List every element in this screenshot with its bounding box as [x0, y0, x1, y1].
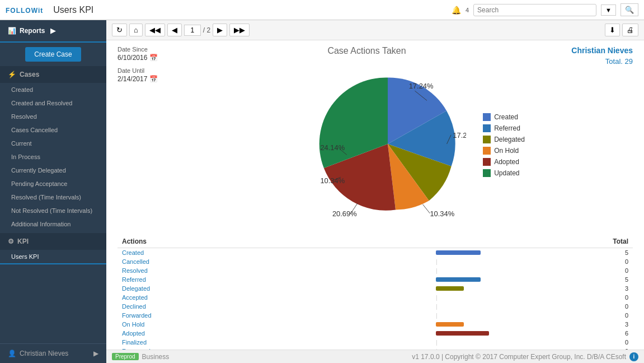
logo-highlight: it	[38, 7, 43, 15]
total-cell: 3	[599, 284, 633, 293]
sidebar-item-current[interactable]: Current	[0, 137, 106, 150]
bar-cell: |	[431, 302, 599, 311]
env-badge: Preprod	[112, 353, 139, 360]
home-button[interactable]: ⌂	[129, 24, 143, 36]
print-button[interactable]: 🖨	[622, 24, 638, 36]
refresh-button[interactable]: ↻	[112, 24, 127, 36]
sidebar-item-cases-cancelled[interactable]: Cases Cancelled	[0, 123, 106, 137]
legend-item-updated: Updated	[483, 169, 525, 177]
bar-cell	[431, 275, 599, 284]
bar-cell: |	[431, 338, 599, 347]
col-total-header: Total	[599, 235, 633, 248]
total-cell: 0	[599, 266, 633, 275]
data-table: Actions Total Created 5 Cancelled | 0 Re	[117, 235, 633, 350]
info-icon[interactable]: i	[629, 352, 638, 361]
total-cell: 5	[599, 275, 633, 284]
notif-count: 4	[466, 7, 469, 13]
sidebar-item-in-process[interactable]: In Process	[0, 150, 106, 164]
sidebar-item-not-resolved-time[interactable]: Not Resolved (Time Intervals)	[0, 204, 106, 217]
svg-text:10.34%: 10.34%	[430, 210, 455, 218]
total-cell: 0	[599, 293, 633, 302]
user-icon: 👤	[8, 350, 16, 357]
table-row: Adopted 6	[117, 329, 633, 338]
prev-first-button[interactable]: ◀◀	[145, 24, 165, 36]
action-cell: Adopted	[117, 329, 431, 338]
person-name: Christian Nieves	[532, 46, 633, 55]
table-row: On Hold 3	[117, 320, 633, 329]
chart-title: Case Actions Taken	[201, 46, 532, 56]
table-row: Referred 5	[117, 275, 633, 284]
svg-text:20.69%: 20.69%	[332, 210, 357, 218]
date-until-label: Date Until	[117, 67, 196, 74]
page-number-input[interactable]	[184, 25, 201, 36]
cases-section-header: ⚡ Cases	[0, 66, 106, 83]
sidebar-item-created-resolved[interactable]: Created and Resolved	[0, 96, 106, 110]
total-cell: 5	[599, 248, 633, 258]
total-cell: 0	[599, 302, 633, 311]
svg-text:10.34%: 10.34%	[321, 176, 345, 185]
table-row: Declined | 0	[117, 302, 633, 311]
action-cell: Created	[117, 248, 431, 258]
kpi-section-header: ⚙ KPI	[0, 233, 106, 250]
prev-button[interactable]: ◀	[167, 24, 182, 36]
bar-chart-icon: 📊	[8, 27, 16, 35]
bar-cell: |	[431, 311, 599, 320]
table-row: Created 5	[117, 248, 633, 258]
bar-cell: |	[431, 257, 599, 266]
action-cell: Delegated	[117, 284, 431, 293]
action-cell: Resolved	[117, 266, 431, 275]
create-case-button[interactable]: Create Case	[25, 47, 81, 62]
download-button[interactable]: ⬇	[605, 24, 620, 36]
app-logo: FOLLOWit	[6, 4, 43, 16]
total-cell: 0	[599, 338, 633, 347]
total-cell: 3	[599, 320, 633, 329]
table-row: Accepted | 0	[117, 293, 633, 302]
total-cell: 6	[599, 329, 633, 338]
page-title: Users KPI	[53, 5, 447, 15]
action-cell: Cancelled	[117, 257, 431, 266]
page-total: / 2	[203, 26, 210, 34]
search-button[interactable]: 🔍	[621, 3, 638, 16]
legend-item-onhold: On Hold	[483, 147, 525, 155]
date-since-label: Date Since	[117, 46, 196, 53]
next-last-button[interactable]: ▶▶	[229, 24, 250, 36]
sidebar-item-resolved[interactable]: Resolved	[0, 110, 106, 123]
search-input[interactable]	[473, 4, 596, 16]
sidebar-username: Christian Nieves	[20, 350, 68, 357]
bar-cell: |	[431, 266, 599, 275]
filter-button[interactable]: ▼	[601, 4, 616, 16]
sidebar-reports[interactable]: 📊 Reports ▶	[0, 20, 106, 43]
bar-cell: |	[431, 293, 599, 302]
sidebar-item-pending-acceptance[interactable]: Pending Acceptance	[0, 177, 106, 190]
sidebar-item-resolved-time[interactable]: Resolved (Time Intervals)	[0, 190, 106, 204]
sidebar-item-currently-delegated[interactable]: Currently Delegated	[0, 164, 106, 177]
sidebar-item-additional-info[interactable]: Additional Information	[0, 217, 106, 231]
copyright-text: v1 17.0.0 | Copyright © 2017 Computer Ex…	[412, 353, 626, 361]
action-cell: Referred	[117, 275, 431, 284]
cases-icon: ⚡	[8, 71, 16, 78]
notification-bell-icon[interactable]: 🔔	[452, 6, 461, 15]
action-cell: Finalized	[117, 338, 431, 347]
legend-item-referred: Referred	[483, 124, 525, 132]
col-bar-header	[431, 235, 599, 248]
action-cell: Accepted	[117, 293, 431, 302]
date-since-value: 6/10/2016	[117, 54, 147, 62]
arrow-right-icon: ▶	[93, 350, 98, 357]
next-button[interactable]: ▶	[213, 24, 227, 36]
footer: Preprod Business v1 17.0.0 | Copyright ©…	[106, 350, 644, 363]
action-cell: Forwarded	[117, 311, 431, 320]
svg-text:17.24%: 17.24%	[409, 82, 434, 90]
calendar-until-icon[interactable]: 📅	[149, 75, 158, 83]
sidebar-user-section[interactable]: 👤 Christian Nieves ▶	[0, 343, 106, 363]
table-row: Forwarded | 0	[117, 311, 633, 320]
sidebar-item-created[interactable]: Created	[0, 83, 106, 96]
legend-item-delegated: Delegated	[483, 136, 525, 143]
table-row: Finalized | 0	[117, 338, 633, 347]
calendar-since-icon[interactable]: 📅	[149, 54, 158, 62]
sidebar-item-users-kpi[interactable]: Users KPI	[0, 250, 106, 264]
kpi-icon: ⚙	[8, 238, 14, 245]
bar-cell	[431, 320, 599, 329]
legend-item-adopted: Adopted	[483, 158, 525, 166]
chart-legend: Created Referred Delegated	[483, 113, 525, 177]
bar-cell	[431, 284, 599, 293]
